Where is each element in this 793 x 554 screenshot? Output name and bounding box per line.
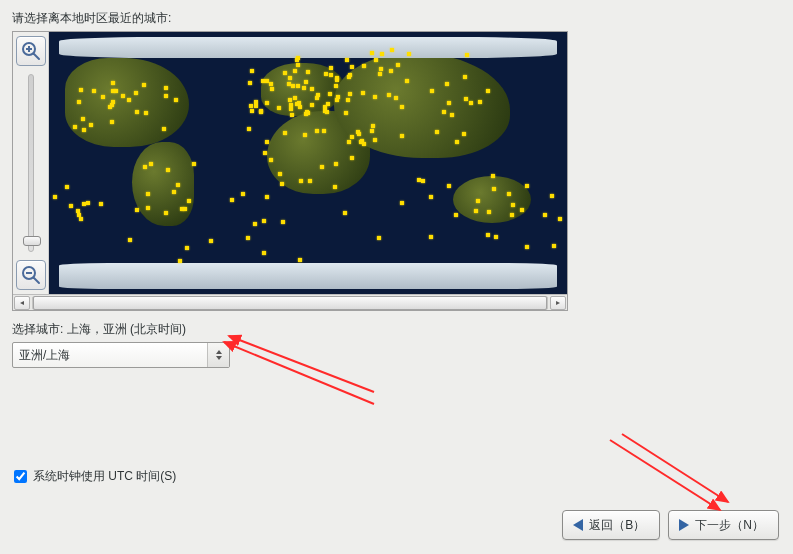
- scroll-track[interactable]: [32, 296, 548, 310]
- map-horizontal-scrollbar[interactable]: ◂ ▸: [13, 294, 567, 310]
- wizard-buttons: 返回（B） 下一步（N）: [562, 510, 779, 540]
- timezone-combo-spinner[interactable]: [207, 343, 229, 367]
- world-map[interactable]: x 上海: [49, 32, 567, 294]
- utc-checkbox-row[interactable]: 系统时钟使用 UTC 时间(S): [14, 468, 176, 485]
- back-button[interactable]: 返回（B）: [562, 510, 660, 540]
- scroll-left-button[interactable]: ◂: [14, 296, 30, 310]
- svg-line-5: [33, 278, 39, 284]
- selected-city-text: 选择城市: 上海，亚洲 (北京时间): [12, 321, 781, 338]
- zoom-slider-thumb[interactable]: [23, 236, 41, 246]
- timezone-combo-value: 亚洲/上海: [19, 347, 70, 364]
- zoom-controls: [13, 32, 49, 294]
- svg-line-10: [622, 434, 728, 502]
- svg-line-1: [33, 54, 39, 60]
- arrow-left-icon: [573, 519, 583, 531]
- map-frame: x 上海 ◂ ▸: [12, 31, 568, 311]
- next-button-label: 下一步（N）: [695, 517, 764, 534]
- next-button[interactable]: 下一步（N）: [668, 510, 779, 540]
- zoom-slider[interactable]: [28, 74, 34, 252]
- zoom-out-icon: [21, 265, 41, 285]
- arrow-right-icon: [679, 519, 689, 531]
- utc-checkbox[interactable]: [14, 470, 27, 483]
- scroll-right-button[interactable]: ▸: [550, 296, 566, 310]
- back-button-label: 返回（B）: [589, 517, 645, 534]
- select-city-prompt: 请选择离本地时区最近的城市:: [12, 10, 781, 27]
- utc-label: 系统时钟使用 UTC 时间(S): [33, 468, 176, 485]
- chevron-down-icon: [216, 356, 222, 360]
- chevron-up-icon: [216, 350, 222, 354]
- zoom-in-icon: [21, 41, 41, 61]
- svg-line-9: [610, 440, 720, 510]
- zoom-out-button[interactable]: [16, 260, 46, 290]
- zoom-in-button[interactable]: [16, 36, 46, 66]
- scroll-thumb[interactable]: [33, 296, 547, 310]
- timezone-combo[interactable]: 亚洲/上海: [12, 342, 230, 368]
